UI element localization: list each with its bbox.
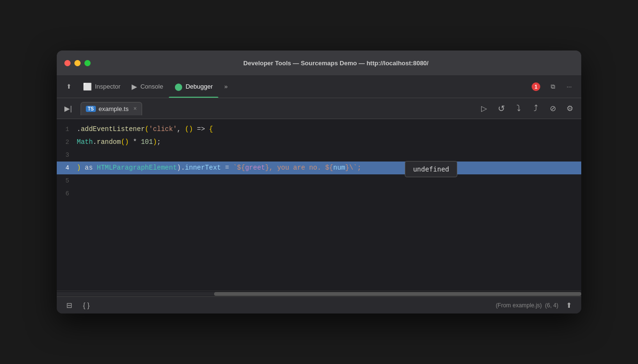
scrollbar-thumb[interactable] [214, 292, 581, 296]
code-lines: 1 .addEventListener('click', () => { 2 M… [57, 119, 581, 204]
maximize-button[interactable] [84, 60, 91, 66]
line-content-4: ) as HTMLParagraphElement).innerText = `… [77, 162, 581, 174]
code-line-1: 1 .addEventListener('click', () => { [57, 123, 581, 136]
line-number-2: 2 [57, 136, 77, 149]
resume-button[interactable]: ▷ [476, 101, 492, 116]
console-icon: ▶ [132, 82, 137, 91]
main-toolbar: ⬆ ⬜ Inspector ▶ Console ⬤ Debugger » 1 ⧉ [57, 75, 581, 98]
tab-inspector[interactable]: ⬜ Inspector [77, 75, 126, 98]
minimize-button[interactable] [74, 60, 81, 66]
settings-button[interactable]: ⚙ [562, 101, 577, 116]
more-tabs-button[interactable]: » [218, 75, 233, 98]
line-content-2: Math.random() * 101); [77, 136, 581, 148]
file-tab-close[interactable]: × [134, 105, 137, 112]
step-in-button[interactable]: ⤵ [511, 101, 526, 116]
deactivate-button[interactable]: ⊘ [545, 101, 560, 116]
format-icon: { } [83, 301, 90, 309]
chevron-right-icon: » [224, 83, 227, 90]
line-number-4: 4 [57, 162, 77, 174]
file-tab-example-ts[interactable]: TS example.ts × [81, 102, 142, 115]
line-number-5: 5 [57, 175, 77, 187]
error-count: 1 [532, 82, 540, 91]
sidebar-icon: ▶| [64, 104, 72, 113]
line-number-6: 6 [57, 188, 77, 200]
code-line-2: 2 Math.random() * 101); [57, 136, 581, 149]
status-bar: ⊟ { } (From example.js) (6, 4) ⬆ [57, 296, 581, 313]
duplicate-button[interactable]: ⧉ [545, 75, 561, 98]
code-editor[interactable]: 1 .addEventListener('click', () => { 2 M… [57, 119, 581, 291]
window-title: Developer Tools — Sourcemaps Demo — http… [98, 60, 574, 67]
status-text: (From example.js) (6, 4) [496, 302, 558, 309]
horizontal-scrollbar[interactable] [57, 291, 581, 296]
devtools-window: Developer Tools — Sourcemaps Demo — http… [57, 51, 581, 313]
deactivate-icon: ⊘ [550, 104, 556, 113]
duplicate-icon: ⧉ [551, 83, 555, 91]
line-content-3 [77, 149, 581, 161]
resume-icon: ▷ [481, 104, 487, 113]
tab-debugger[interactable]: ⬤ Debugger [169, 75, 218, 98]
step-in-icon: ⤵ [516, 103, 521, 113]
breakpoints-button[interactable]: ⊟ [62, 299, 76, 312]
ts-badge: TS [86, 106, 96, 112]
tooltip-undefined: undefined [405, 161, 457, 177]
step-out-button[interactable]: ⤴ [528, 101, 543, 116]
scrollbar-track [57, 292, 581, 296]
breakpoints-icon: ⊟ [66, 301, 72, 310]
line-content-5 [77, 174, 581, 187]
sidebar-toggle-button[interactable]: ▶| [61, 101, 76, 116]
code-line-6: 6 [57, 187, 581, 200]
code-line-4: 4 ) as HTMLParagraphElement).innerText =… [57, 162, 581, 174]
console-panel-icon: ⬆ [566, 301, 572, 310]
debugger-toolbar: ▶| TS example.ts × ▷ ↺ ⤵ ⤴ [57, 98, 581, 119]
debug-controls: ▷ ↺ ⤵ ⤴ ⊘ ⚙ [476, 101, 577, 116]
more-options-button[interactable]: ··· [561, 75, 577, 98]
gear-icon: ⚙ [566, 104, 573, 113]
line-content-1: .addEventListener('click', () => { [77, 123, 581, 135]
titlebar: Developer Tools — Sourcemaps Demo — http… [57, 51, 581, 75]
inspector-icon: ⬜ [83, 82, 92, 91]
select-tool-button[interactable]: ⬆ [61, 75, 77, 98]
format-button[interactable]: { } [80, 299, 93, 312]
step-over-button[interactable]: ↺ [494, 101, 509, 116]
close-button[interactable] [64, 60, 71, 66]
code-line-3: 3 [57, 149, 581, 162]
line-number-3: 3 [57, 149, 77, 162]
cursor-icon: ⬆ [66, 83, 72, 90]
step-out-icon: ⤴ [534, 103, 538, 113]
traffic-lights [64, 60, 91, 66]
file-tab-name: example.ts [99, 105, 129, 112]
ellipsis-icon: ··· [566, 83, 572, 90]
line-number-1: 1 [57, 123, 77, 136]
code-line-5: 5 [57, 174, 581, 187]
error-badge: 1 [527, 75, 545, 98]
line-content-6 [77, 187, 581, 200]
file-tab-area: TS example.ts × [81, 102, 474, 115]
step-over-icon: ↺ [498, 103, 505, 114]
debugger-icon: ⬤ [175, 82, 183, 91]
tab-console[interactable]: ▶ Console [126, 75, 169, 98]
console-toggle-button[interactable]: ⬆ [562, 299, 576, 312]
